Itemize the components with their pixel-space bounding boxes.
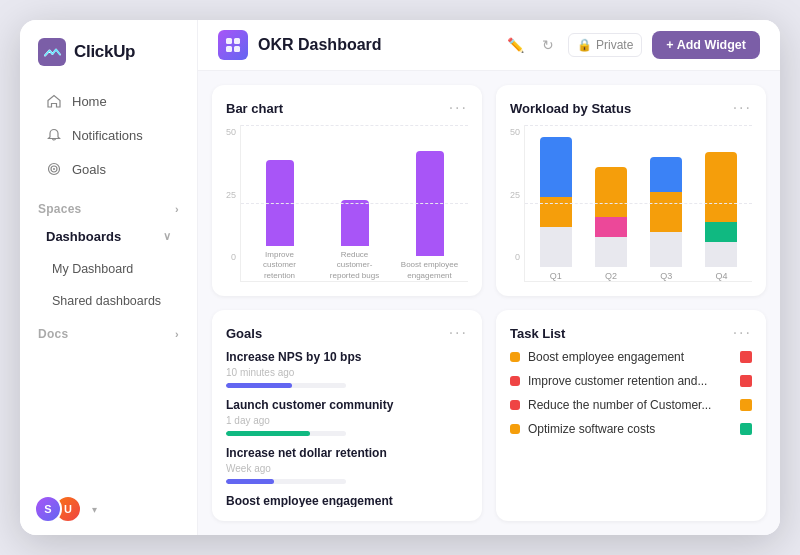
goal-track-0	[226, 383, 346, 388]
bar-chart-area: 50 25 0 Improve customerretention	[226, 125, 468, 282]
q3-group: Q3	[644, 157, 689, 281]
docs-section: Docs ›	[20, 317, 197, 345]
target-icon	[46, 161, 62, 177]
goals-title: Goals	[226, 326, 262, 341]
task-name-0: Boost employee engagement	[528, 350, 732, 364]
goals-list: Increase NPS by 10 bps 10 minutes ago La…	[226, 350, 468, 507]
logo-text: ClickUp	[74, 42, 135, 62]
task-dot-2	[510, 400, 520, 410]
bar-chart-header: Bar chart ···	[226, 99, 468, 117]
task-name-3: Optimize software costs	[528, 422, 732, 436]
bar-y-max: 50	[226, 127, 236, 137]
sidebar-item-goals[interactable]: Goals	[28, 153, 189, 185]
task-item-0: Boost employee engagement	[510, 350, 752, 364]
avatar-user1[interactable]: S	[34, 495, 62, 523]
task-item-2: Reduce the number of Customer...	[510, 398, 752, 412]
footer-chevron[interactable]: ▾	[92, 504, 97, 515]
logo[interactable]: ClickUp	[20, 20, 197, 78]
topbar-title: OKR Dashboard	[258, 36, 493, 54]
svg-point-3	[53, 168, 55, 170]
workload-y-mid: 25	[510, 190, 520, 200]
docs-arrow: ›	[175, 328, 179, 340]
bar-label-2: Boost employeeengagement	[401, 260, 458, 281]
lock-icon: 🔒	[577, 38, 592, 52]
shared-dashboards-label: Shared dashboards	[52, 294, 161, 308]
bar-label-1: Reduce customer-reported bugs	[324, 250, 385, 281]
sidebar-item-goals-label: Goals	[72, 162, 106, 177]
private-label: Private	[596, 38, 633, 52]
workload-widget: Workload by Status ··· 50 25 0	[496, 85, 766, 296]
svg-rect-4	[226, 38, 232, 44]
q2-group: Q2	[588, 167, 633, 281]
goal-name-1: Launch customer community	[226, 398, 468, 412]
task-flag-1	[740, 375, 752, 387]
private-badge[interactable]: 🔒 Private	[568, 33, 642, 57]
sidebar-footer: S U ▾	[20, 483, 197, 535]
svg-rect-7	[234, 46, 240, 52]
refresh-button[interactable]: ↻	[538, 33, 558, 57]
task-name-1: Improve customer retention and...	[528, 374, 732, 388]
dashboard-grid: Bar chart ··· 50 25 0	[198, 71, 780, 535]
sidebar-item-shared-dashboards[interactable]: Shared dashboards	[28, 286, 189, 316]
goals-widget: Goals ··· Increase NPS by 10 bps 10 minu…	[212, 310, 482, 521]
bar-chart-widget: Bar chart ··· 50 25 0	[212, 85, 482, 296]
bar-chart-title: Bar chart	[226, 101, 283, 116]
q2-label: Q2	[605, 271, 617, 281]
avatar-stack[interactable]: S U	[34, 495, 82, 523]
edit-button[interactable]: ✏️	[503, 33, 528, 57]
spaces-label: Spaces	[38, 202, 81, 216]
docs-label: Docs	[38, 327, 68, 341]
goal-track-1	[226, 431, 346, 436]
goal-item-2: Increase net dollar retention Week ago	[226, 446, 468, 484]
add-widget-button[interactable]: + Add Widget	[652, 31, 760, 59]
goal-name-2: Increase net dollar retention	[226, 446, 468, 460]
task-dot-0	[510, 352, 520, 362]
sidebar-nav: Home Notifications	[20, 78, 197, 192]
bar-label-0: Improve customerretention	[249, 250, 310, 281]
sidebar-item-dashboards[interactable]: Dashboards ∨	[28, 221, 189, 252]
task-flag-2	[740, 399, 752, 411]
bar-chart-menu[interactable]: ···	[449, 99, 468, 117]
clickup-logo-icon	[38, 38, 66, 66]
bar-y-mid: 25	[226, 190, 236, 200]
task-item-3: Optimize software costs	[510, 422, 752, 436]
task-list-widget: Task List ··· Boost employee engagement …	[496, 310, 766, 521]
grid-line-mid	[241, 203, 468, 204]
my-dashboard-label: My Dashboard	[52, 262, 133, 276]
q1-label: Q1	[550, 271, 562, 281]
workload-title: Workload by Status	[510, 101, 631, 116]
task-list-menu[interactable]: ···	[733, 324, 752, 342]
svg-rect-5	[234, 38, 240, 44]
task-dot-3	[510, 424, 520, 434]
q3-label: Q3	[660, 271, 672, 281]
task-flag-0	[740, 351, 752, 363]
sidebar-item-home-label: Home	[72, 94, 107, 109]
workload-header: Workload by Status ···	[510, 99, 752, 117]
dashboards-chevron: ∨	[163, 230, 171, 243]
goal-fill-1	[226, 431, 310, 436]
goal-item-3: Boost employee engagement	[226, 494, 468, 507]
task-list-title: Task List	[510, 326, 565, 341]
sidebar: ClickUp Home Notifications	[20, 20, 198, 535]
goal-time-2: Week ago	[226, 463, 468, 474]
task-list: Boost employee engagement Improve custom…	[510, 350, 752, 507]
home-icon	[46, 93, 62, 109]
sidebar-item-notifications[interactable]: Notifications	[28, 119, 189, 151]
goal-name-0: Increase NPS by 10 bps	[226, 350, 468, 364]
workload-menu[interactable]: ···	[733, 99, 752, 117]
goal-name-3: Boost employee engagement	[226, 494, 468, 507]
q4-group: Q4	[699, 152, 744, 281]
goal-fill-2	[226, 479, 274, 484]
sidebar-item-home[interactable]: Home	[28, 85, 189, 117]
spaces-arrow: ›	[175, 203, 179, 215]
goals-menu[interactable]: ···	[449, 324, 468, 342]
goal-time-1: 1 day ago	[226, 415, 468, 426]
workload-grid-line-mid	[525, 203, 752, 204]
goal-fill-0	[226, 383, 292, 388]
bar-group-1: Reduce customer-reported bugs	[324, 200, 385, 281]
sidebar-item-my-dashboard[interactable]: My Dashboard	[28, 254, 189, 284]
main-content: OKR Dashboard ✏️ ↻ 🔒 Private + Add Widge…	[198, 20, 780, 535]
bar-1	[341, 200, 369, 246]
workload-y-min: 0	[510, 252, 520, 262]
bar-group-0: Improve customerretention	[249, 160, 310, 281]
